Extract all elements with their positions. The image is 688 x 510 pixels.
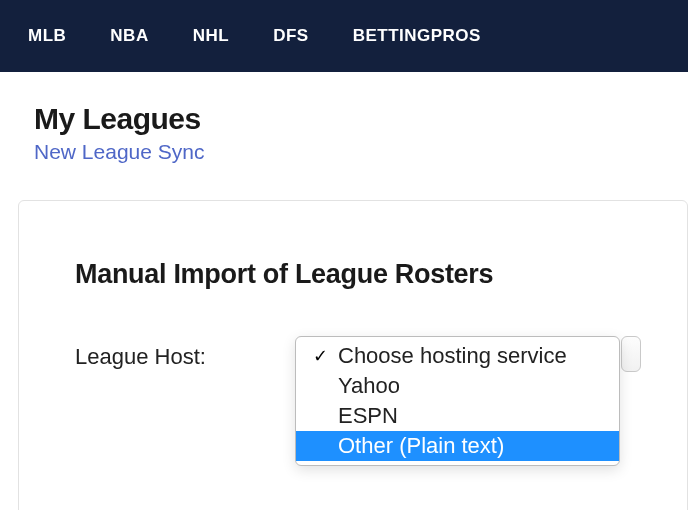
dropdown-option-yahoo[interactable]: Yahoo — [296, 371, 619, 401]
league-host-field: League Host: ✓ Choose hosting service Ya… — [75, 336, 631, 466]
nav-item-mlb[interactable]: MLB — [28, 26, 66, 46]
dropdown-option-label: Other (Plain text) — [334, 433, 504, 459]
select-box-background — [621, 336, 641, 372]
checkmark-icon: ✓ — [306, 345, 334, 367]
dropdown-option-choose[interactable]: ✓ Choose hosting service — [296, 341, 619, 371]
dropdown-option-other[interactable]: Other (Plain text) — [296, 431, 619, 461]
card-title: Manual Import of League Rosters — [75, 259, 631, 290]
dropdown-menu: ✓ Choose hosting service Yahoo ESPN Othe… — [295, 336, 620, 466]
page-title: My Leagues — [34, 102, 688, 136]
dropdown-option-espn[interactable]: ESPN — [296, 401, 619, 431]
dropdown-option-label: ESPN — [334, 403, 398, 429]
nav-item-bettingpros[interactable]: BETTINGPROS — [353, 26, 481, 46]
import-card: Manual Import of League Rosters League H… — [18, 200, 688, 510]
top-nav: MLB NBA NHL DFS BETTINGPROS — [0, 0, 688, 72]
page-header: My Leagues New League Sync — [0, 72, 688, 182]
league-host-label: League Host: — [75, 336, 295, 370]
breadcrumb-link[interactable]: New League Sync — [34, 140, 688, 164]
nav-item-nhl[interactable]: NHL — [193, 26, 229, 46]
nav-item-dfs[interactable]: DFS — [273, 26, 309, 46]
dropdown-option-label: Choose hosting service — [334, 343, 567, 369]
league-host-select[interactable]: ✓ Choose hosting service Yahoo ESPN Othe… — [295, 336, 620, 466]
dropdown-option-label: Yahoo — [334, 373, 400, 399]
nav-item-nba[interactable]: NBA — [110, 26, 148, 46]
